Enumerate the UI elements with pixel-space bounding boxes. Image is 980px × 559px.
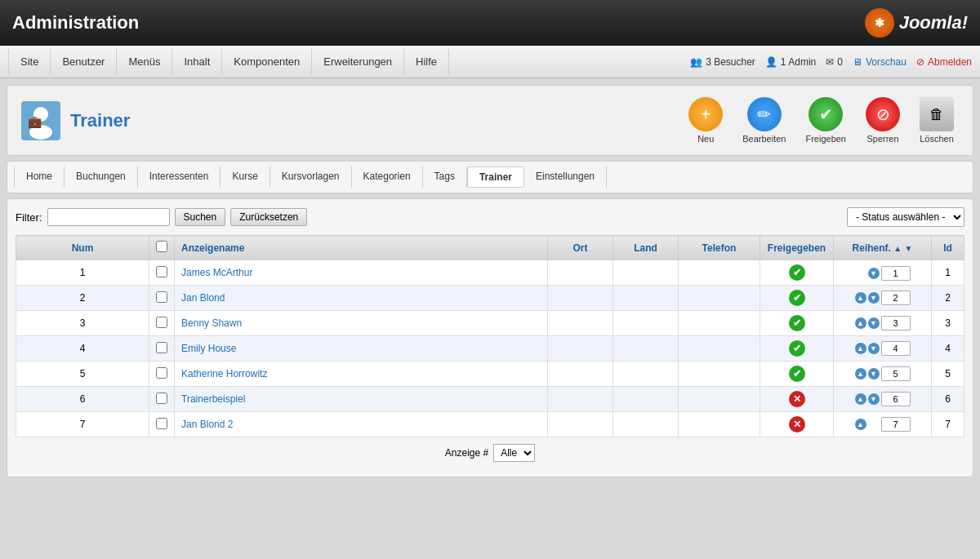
cell-checkbox[interactable]	[149, 336, 175, 362]
row-checkbox[interactable]	[156, 317, 167, 328]
order-input[interactable]	[881, 266, 911, 281]
cell-freigegeben[interactable]: ✕	[760, 412, 834, 437]
order-down-icon[interactable]: ▼	[868, 268, 880, 279]
anzeige-select[interactable]: Alle 5 10 20	[493, 444, 535, 462]
trainer-name-link[interactable]: Emily House	[181, 343, 236, 354]
status-ok-icon[interactable]: ✔	[789, 366, 805, 382]
order-input[interactable]	[881, 316, 911, 331]
nav-komponenten[interactable]: Komponenten	[222, 49, 312, 74]
subnav-tags[interactable]: Tags	[423, 166, 467, 188]
trainer-name-link[interactable]: James McArthur	[181, 267, 252, 278]
order-up-icon[interactable]: ▲	[855, 393, 866, 405]
cell-freigegeben[interactable]: ✔	[760, 336, 834, 362]
cell-checkbox[interactable]	[149, 286, 175, 311]
cell-checkbox[interactable]	[149, 311, 175, 336]
order-input[interactable]	[881, 341, 911, 356]
search-button[interactable]: Suchen	[175, 208, 226, 226]
nav-menus[interactable]: Menüs	[117, 49, 172, 74]
col-reihenf[interactable]: Reihenf. ▲ ▼	[834, 236, 932, 260]
nav-hilfe[interactable]: Hilfe	[404, 49, 449, 74]
filter-right: - Status auswählen - Freigegeben Gesperr…	[847, 207, 964, 227]
status-select[interactable]: - Status auswählen - Freigegeben Gesperr…	[847, 207, 964, 227]
trainer-name-link[interactable]: Benny Shawn	[181, 317, 242, 329]
cell-freigegeben[interactable]: ✔	[760, 286, 834, 311]
order-down-icon[interactable]: ▼	[868, 368, 880, 379]
status-ok-icon[interactable]: ✔	[789, 264, 805, 281]
order-down-icon[interactable]: ▼	[868, 393, 880, 405]
subnav-home[interactable]: Home	[14, 166, 65, 188]
row-checkbox[interactable]	[156, 291, 167, 303]
loeschen-button[interactable]: 🗑 Löschen	[913, 94, 960, 147]
bearbeiten-button[interactable]: ✏ Bearbeiten	[736, 94, 792, 147]
subnav-trainer[interactable]: Trainer	[467, 166, 524, 188]
order-up-icon[interactable]: ▲	[855, 292, 866, 304]
trainer-name-link[interactable]: Trainerbeispiel	[181, 393, 245, 405]
cell-name: James McArthur	[175, 260, 548, 286]
col-ort[interactable]: Ort	[548, 236, 613, 260]
cell-checkbox[interactable]	[149, 362, 175, 387]
col-freigegeben[interactable]: Freigegeben	[760, 236, 834, 260]
cell-freigegeben[interactable]: ✕	[760, 387, 834, 412]
cell-reihenf: ▲ ▼	[834, 336, 932, 362]
cell-telefon	[679, 387, 760, 412]
order-up-icon[interactable]: ▲	[855, 368, 866, 379]
reset-button[interactable]: Zurücksetzen	[230, 208, 307, 226]
nav-site[interactable]: Site	[8, 49, 51, 74]
filter-input[interactable]	[47, 208, 170, 226]
cell-checkbox[interactable]	[149, 260, 175, 286]
subnav-interessenten[interactable]: Interessenten	[138, 166, 221, 188]
order-input[interactable]	[881, 366, 911, 381]
cell-freigegeben[interactable]: ✔	[760, 362, 834, 387]
status-no-icon[interactable]: ✕	[789, 416, 805, 433]
subnav-kategorien[interactable]: Kategorien	[352, 166, 423, 188]
logout-link[interactable]: ⊘ Abmelden	[916, 56, 972, 68]
cell-name: Emily House	[175, 336, 548, 362]
row-checkbox[interactable]	[156, 367, 167, 379]
nav-benutzer[interactable]: Benutzer	[51, 49, 117, 74]
nav-erweiterungen[interactable]: Erweiterungen	[312, 49, 404, 74]
cell-checkbox[interactable]	[149, 412, 175, 437]
order-up-icon[interactable]: ▲	[855, 343, 866, 354]
trainer-name-link[interactable]: Jan Blond 2	[181, 419, 233, 430]
logout-label: Abmelden	[928, 56, 972, 68]
sperren-label: Sperren	[866, 134, 898, 144]
row-checkbox[interactable]	[156, 418, 167, 429]
subnav-kurse[interactable]: Kurse	[220, 166, 270, 188]
order-up-icon[interactable]: ▲	[855, 419, 866, 430]
trainer-name-link[interactable]: Jan Blond	[181, 292, 225, 304]
neu-button[interactable]: + Neu	[682, 94, 729, 147]
col-checkbox[interactable]	[149, 236, 175, 260]
cell-freigegeben[interactable]: ✔	[760, 260, 834, 286]
status-ok-icon[interactable]: ✔	[789, 315, 805, 331]
row-checkbox[interactable]	[156, 266, 167, 277]
cell-num: 1	[16, 260, 149, 286]
trainer-name-link[interactable]: Katherine Horrowitz	[181, 368, 267, 379]
preview-link[interactable]: 🖥 Vorschau	[853, 56, 906, 68]
subnav-buchungen[interactable]: Buchungen	[65, 166, 138, 188]
cell-freigegeben[interactable]: ✔	[760, 311, 834, 336]
select-all-checkbox[interactable]	[156, 241, 167, 252]
row-checkbox[interactable]	[156, 342, 167, 353]
col-land[interactable]: Land	[613, 236, 679, 260]
subnav-kursvorlagen[interactable]: Kursvorlagen	[270, 166, 352, 188]
subnav-einstellungen[interactable]: Einstellungen	[524, 166, 607, 188]
freigeben-button[interactable]: ✔ Freigeben	[799, 94, 853, 147]
row-checkbox[interactable]	[156, 393, 167, 404]
nav-inhalt[interactable]: Inhalt	[172, 49, 222, 74]
order-input[interactable]	[881, 417, 911, 432]
joomla-icon: ✱	[865, 8, 894, 38]
status-no-icon[interactable]: ✕	[789, 391, 805, 407]
status-ok-icon[interactable]: ✔	[789, 290, 805, 306]
status-ok-icon[interactable]: ✔	[789, 340, 805, 357]
order-up-icon[interactable]: ▲	[855, 317, 866, 329]
order-down-icon[interactable]: ▼	[868, 317, 880, 329]
order-input[interactable]	[881, 392, 911, 406]
order-down-icon[interactable]: ▼	[868, 292, 880, 304]
col-telefon[interactable]: Telefon	[679, 236, 760, 260]
cell-checkbox[interactable]	[149, 387, 175, 412]
sperren-button[interactable]: ⊘ Sperren	[859, 94, 906, 147]
order-input[interactable]	[881, 291, 911, 305]
order-down-icon[interactable]: ▼	[868, 343, 880, 354]
col-anzeigename[interactable]: Anzeigename	[175, 236, 548, 260]
col-id[interactable]: Id	[932, 236, 964, 260]
